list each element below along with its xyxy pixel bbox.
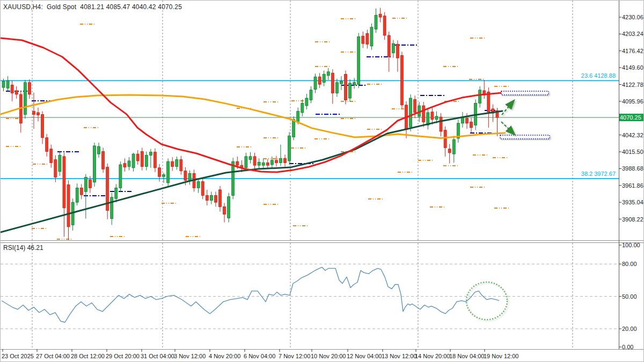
- candle-body: [149, 152, 152, 156]
- candle-body: [310, 90, 312, 100]
- candle-body: [396, 44, 399, 58]
- candle-body: [223, 206, 226, 214]
- candle-body: [323, 75, 325, 83]
- candle-body: [440, 117, 442, 131]
- rsi-indicator-label: RSI(14) 46.21: [3, 244, 43, 252]
- date-tick-label: 10 Nov 20:00: [311, 353, 346, 359]
- candle-body: [362, 36, 364, 43]
- candle-body: [327, 72, 330, 76]
- candle-body: [262, 163, 265, 166]
- candle-body: [331, 73, 334, 93]
- ma-darkgreen-line: [1, 111, 502, 232]
- candle-body: [414, 99, 416, 113]
- candle-body: [275, 160, 277, 163]
- price-tick-label: 4230.06: [622, 14, 643, 20]
- candle-body: [465, 118, 468, 123]
- date-tick-label: 31 Oct 04:00: [141, 353, 174, 359]
- candle-body: [180, 160, 182, 171]
- candle-body: [253, 157, 256, 165]
- price-tick-label: 4015.50: [622, 149, 643, 155]
- rsi-line: [2, 267, 499, 322]
- candle-body: [452, 139, 455, 154]
- candle-body: [292, 120, 295, 137]
- trading-chart-window: XAUUSD,H4: Gold Spot 4081.21 4085.47 404…: [0, 0, 644, 362]
- candle-body: [392, 43, 394, 53]
- candle-body: [167, 161, 170, 183]
- candle-body: [171, 161, 174, 166]
- date-tick-label: 28 Oct 12:00: [71, 353, 105, 359]
- candle-body: [28, 83, 31, 94]
- candle-body: [153, 152, 156, 168]
- candle-body: [46, 138, 48, 152]
- candle-body: [63, 157, 65, 208]
- price-tick-label: 4203.24: [622, 31, 643, 37]
- candle-body: [111, 197, 113, 219]
- candle-body: [11, 85, 13, 93]
- rsi-tick-label: 20.00: [622, 326, 637, 332]
- date-tick-label: 19 Nov 12:00: [484, 353, 518, 359]
- date-tick-label: 12 Nov 04:00: [347, 353, 382, 359]
- candle-body: [37, 113, 40, 115]
- candle-body: [387, 35, 390, 57]
- rsi-panel[interactable]: [1, 243, 619, 349]
- candle-body: [145, 155, 148, 166]
- arrow-up-icon[interactable]: [502, 101, 514, 115]
- candle-body: [270, 160, 273, 165]
- candle-body: [54, 160, 57, 178]
- price-tick-label: 3935.04: [622, 199, 643, 205]
- candle-body: [15, 91, 18, 94]
- candle-body: [431, 112, 434, 120]
- arrow-down-icon[interactable]: [501, 122, 514, 134]
- main-panel[interactable]: [1, 1, 619, 241]
- date-tick-label: 13 Nov 12:00: [382, 353, 416, 359]
- candle-body: [84, 177, 87, 191]
- candle-body: [370, 27, 373, 46]
- candle-body: [197, 182, 200, 188]
- candle-body: [258, 162, 260, 165]
- date-tick-label: 4 Nov 20:00: [209, 353, 240, 359]
- dotted-target-box[interactable]: [500, 135, 550, 139]
- candle-body: [301, 103, 304, 113]
- candle-body: [470, 122, 473, 128]
- candlesticks: [2, 8, 499, 240]
- rsi-tick-label: 100.00: [622, 242, 640, 248]
- candle-body: [245, 157, 247, 168]
- date-tick-label: 23 Oct 2025: [2, 353, 34, 359]
- price-tick-label: 3988.68: [622, 165, 643, 172]
- highlight-circle[interactable]: [466, 282, 507, 320]
- candle-body: [175, 160, 178, 167]
- candle-body: [115, 188, 118, 198]
- candle-body: [219, 190, 222, 207]
- rsi-tick-label: 0.00: [622, 344, 633, 350]
- candle-body: [284, 158, 287, 162]
- current-price-tag: 4070.25: [619, 114, 644, 121]
- candle-body: [102, 151, 105, 169]
- candle-body: [184, 171, 187, 181]
- candle-body: [210, 195, 213, 200]
- dotted-target-box[interactable]: [501, 91, 548, 95]
- candle-body: [32, 112, 35, 115]
- date-tick-label: 6 Nov 04:00: [244, 353, 275, 359]
- candle-body: [232, 161, 235, 195]
- fib-level-label-23-6[interactable]: 23.6 4128.88: [581, 72, 616, 79]
- candle-body: [80, 188, 83, 195]
- date-tick-label: 29 Oct 20:00: [106, 353, 140, 359]
- fib-level-label-38-2[interactable]: 38.2 3972.67: [581, 171, 616, 177]
- candle-body: [128, 161, 130, 167]
- candle-body: [158, 168, 161, 176]
- candle-body: [479, 90, 481, 104]
- candle-body: [163, 175, 165, 177]
- candle-body: [6, 80, 9, 88]
- chart-canvas[interactable]: [1, 1, 644, 362]
- candle-body: [409, 98, 412, 127]
- candle-body: [357, 36, 360, 84]
- candle-body: [383, 16, 386, 35]
- date-tick-label: 7 Nov 12:00: [279, 353, 310, 359]
- candle-body: [89, 180, 91, 188]
- candle-body: [279, 158, 282, 162]
- candle-body: [93, 146, 96, 182]
- price-tick-label: 4122.78: [622, 82, 643, 88]
- candle-body: [297, 112, 299, 122]
- symbol-ohlc-header: XAUUSD,H4: Gold Spot 4081.21 4085.47 404…: [3, 3, 182, 11]
- candle-body: [366, 33, 369, 44]
